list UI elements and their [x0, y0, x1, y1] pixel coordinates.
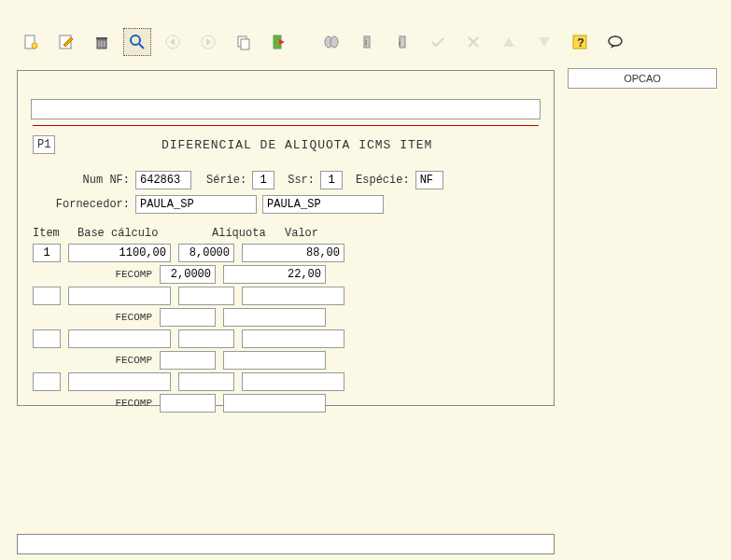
- col-base: Base cálculo: [77, 227, 190, 240]
- label-serie: Série:: [206, 174, 246, 187]
- cell-fecomp-aliq[interactable]: [160, 351, 216, 370]
- cancel-icon[interactable]: [459, 28, 487, 56]
- svg-point-9: [131, 35, 140, 45]
- svg-marker-18: [279, 39, 285, 45]
- cell-item[interactable]: [33, 244, 61, 262]
- cell-fecomp-valor[interactable]: [223, 265, 326, 284]
- label-especie: Espécie:: [356, 174, 410, 187]
- col-valor: Valor: [285, 227, 387, 240]
- svg-marker-14: [206, 38, 211, 46]
- fecomp-row: FECOMP: [33, 265, 539, 284]
- down-icon[interactable]: [530, 28, 558, 56]
- svg-marker-28: [539, 37, 550, 47]
- cell-aliq[interactable]: [178, 244, 234, 262]
- cell-base[interactable]: [68, 287, 171, 305]
- delete-icon[interactable]: [88, 28, 116, 56]
- prev-icon[interactable]: [159, 28, 187, 56]
- cell-aliq[interactable]: [178, 372, 234, 391]
- cell-valor[interactable]: [242, 244, 344, 262]
- svg-point-1: [32, 43, 37, 49]
- fecomp-label: FECOMP: [110, 398, 152, 409]
- cell-aliq[interactable]: [178, 329, 234, 348]
- header-bar: [31, 99, 541, 119]
- cell-item[interactable]: [33, 287, 61, 305]
- info-icon[interactable]: i: [353, 28, 381, 56]
- svg-line-10: [139, 44, 144, 49]
- cell-fecomp-aliq[interactable]: [160, 265, 216, 284]
- comment-icon[interactable]: [601, 28, 629, 56]
- fecomp-row: FECOMP: [33, 394, 539, 413]
- svg-point-20: [330, 36, 338, 48]
- cell-fecomp-aliq[interactable]: [160, 394, 216, 413]
- serie-field[interactable]: [252, 171, 274, 189]
- table-row: [33, 329, 539, 348]
- search-icon[interactable]: [123, 28, 151, 56]
- edit-icon[interactable]: [52, 28, 80, 56]
- svg-point-31: [609, 36, 622, 46]
- cell-base[interactable]: [68, 244, 171, 262]
- num-nf-field[interactable]: [135, 171, 191, 189]
- cell-aliq[interactable]: [178, 287, 234, 305]
- fecomp-label: FECOMP: [110, 355, 152, 366]
- exit-icon[interactable]: [265, 28, 293, 56]
- new-icon[interactable]: [17, 28, 45, 56]
- fecomp-label: FECOMP: [110, 312, 152, 323]
- cell-item[interactable]: [33, 372, 61, 391]
- next-icon[interactable]: [194, 28, 222, 56]
- svg-marker-12: [170, 38, 175, 46]
- copy-icon[interactable]: [230, 28, 258, 56]
- status-bar: [17, 534, 555, 554]
- up-icon[interactable]: [495, 28, 523, 56]
- column-headers: Item Base cálculo Alíquota Valor: [33, 227, 539, 240]
- ssr-field[interactable]: [320, 171, 343, 189]
- fecomp-label: FECOMP: [110, 269, 152, 280]
- svg-marker-27: [503, 37, 514, 47]
- page-title: DIFERENCIAL DE ALIQUOTA ICMS ITEM: [55, 138, 539, 152]
- cell-valor[interactable]: [242, 372, 344, 391]
- svg-text:i: i: [399, 38, 401, 48]
- cell-item[interactable]: [33, 329, 61, 348]
- toolbar: i i ?: [17, 28, 629, 56]
- divider: [33, 125, 539, 126]
- filter-icon[interactable]: [317, 28, 345, 56]
- svg-rect-16: [241, 39, 249, 49]
- table-row: [33, 372, 539, 391]
- label-num-nf: Num NF:: [74, 174, 130, 187]
- cell-base[interactable]: [68, 329, 171, 348]
- svg-rect-5: [96, 37, 107, 39]
- cell-fecomp-aliq[interactable]: [160, 308, 216, 327]
- table-row: [33, 244, 539, 262]
- cell-base[interactable]: [68, 372, 171, 391]
- fecomp-row: FECOMP: [33, 351, 539, 370]
- data-grid: FECOMP FECOMP FECOMP FECOMP: [27, 244, 544, 413]
- especie-field[interactable]: [415, 171, 443, 189]
- label-fornecedor: Fornecedor:: [46, 198, 130, 211]
- main-panel: P1 DIFERENCIAL DE ALIQUOTA ICMS ITEM Num…: [17, 70, 555, 406]
- info2-icon[interactable]: i: [388, 28, 416, 56]
- help-icon[interactable]: ?: [566, 28, 594, 56]
- label-ssr: Ssr:: [288, 174, 315, 187]
- table-row: [33, 287, 539, 305]
- fornecedor-field-1[interactable]: [135, 195, 257, 214]
- fornecedor-field-2[interactable]: [262, 195, 384, 214]
- fecomp-row: FECOMP: [33, 308, 539, 327]
- cell-fecomp-valor[interactable]: [223, 308, 326, 327]
- cell-fecomp-valor[interactable]: [223, 351, 326, 370]
- cell-valor[interactable]: [242, 329, 344, 348]
- confirm-icon[interactable]: [424, 28, 452, 56]
- col-item: Item: [33, 227, 70, 240]
- svg-text:?: ?: [577, 35, 584, 49]
- p1-badge: P1: [33, 135, 55, 154]
- cell-valor[interactable]: [242, 287, 344, 305]
- cell-fecomp-valor[interactable]: [223, 394, 326, 413]
- col-aliq: Alíquota: [212, 227, 277, 240]
- svg-text:i: i: [365, 37, 367, 48]
- opcao-button[interactable]: OPCAO: [568, 68, 717, 89]
